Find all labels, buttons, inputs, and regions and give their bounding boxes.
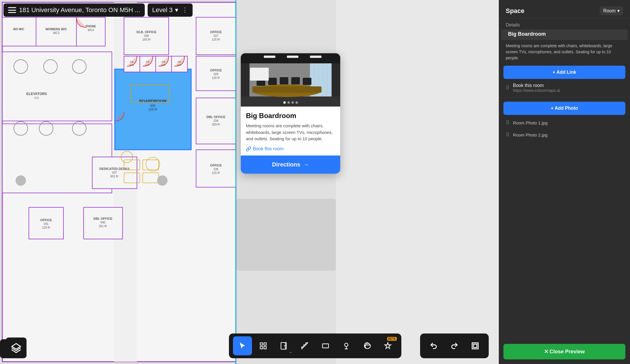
svg-text:165 ft²: 165 ft² [142, 38, 151, 41]
close-preview-label: Close Preview [550, 349, 585, 355]
svg-rect-97 [268, 78, 277, 85]
location-text: 181 University Avenue, Toronto ON M5H ..… [19, 6, 140, 14]
panel-room-select[interactable]: Room ▾ [600, 6, 623, 15]
stairs-tool-button[interactable] [295, 336, 314, 355]
menu-icon[interactable] [8, 7, 16, 13]
svg-text:126 ft²: 126 ft² [148, 108, 157, 111]
svg-rect-98 [280, 77, 288, 84]
close-preview-button[interactable]: ✕ Close Preview [503, 344, 625, 359]
panel-room-name: Big Boardroom [501, 29, 628, 40]
dot-1[interactable] [283, 101, 286, 104]
popup-book-link-text: Book this room [253, 146, 284, 151]
popup-image [241, 53, 340, 107]
svg-rect-103 [287, 56, 298, 58]
svg-rect-104 [310, 56, 321, 58]
photo-1-row: ⠿ Room Photo 1.jpg [499, 117, 630, 129]
popup-content: Big Boardroom Meeting rooms are complete… [241, 107, 340, 151]
svg-rect-9 [2, 17, 36, 46]
directions-label: Directions [272, 161, 300, 168]
undo-button[interactable] [424, 336, 443, 355]
bottom-toolbar: BETA [229, 333, 401, 358]
svg-text:OFFICE: OFFICE [210, 69, 222, 72]
svg-text:000: 000 [34, 96, 39, 100]
svg-text:WC4: WC4 [88, 29, 94, 32]
dot-3[interactable] [292, 101, 294, 104]
dot-4[interactable] [296, 101, 298, 104]
photo-2-row: ⠿ Room Photo 2.jpg [499, 129, 630, 141]
svg-point-78 [16, 175, 26, 186]
svg-rect-109 [264, 346, 266, 349]
drag-handle-icon-2: ⠿ [506, 120, 509, 126]
svg-rect-106 [260, 343, 262, 345]
add-link-button[interactable]: + Add Link [503, 66, 625, 79]
magic-tool-button[interactable]: BETA [378, 336, 397, 355]
svg-text:041: 041 [44, 222, 49, 225]
svg-rect-101 [250, 68, 269, 81]
grid-tool-button[interactable] [254, 336, 273, 355]
frame-button[interactable] [466, 336, 485, 355]
svg-rect-108 [260, 346, 262, 349]
panel-title: Space [506, 7, 524, 15]
panel-book-row: ⠿ Book this room https://www.indoormaps.… [499, 81, 630, 95]
svg-text:BOARDROOM: BOARDROOM [139, 99, 167, 103]
pin-tool-button[interactable] [337, 336, 356, 355]
header-bar: 181 University Avenue, Toronto ON M5H ..… [3, 3, 193, 17]
location-badge[interactable]: 181 University Avenue, Toronto ON M5H ..… [3, 3, 145, 17]
svg-text:036: 036 [214, 168, 219, 171]
shape-tool-button[interactable] [316, 336, 335, 355]
svg-rect-85 [241, 53, 340, 63]
dot-2[interactable] [287, 101, 290, 104]
svg-rect-11 [2, 52, 112, 121]
panel-room-select-label: Room [603, 8, 616, 14]
add-photo-icon: + [551, 106, 553, 111]
svg-text:027: 027 [214, 34, 219, 37]
add-photo-button[interactable]: + Add Photo [503, 102, 625, 115]
svg-rect-115 [473, 344, 477, 348]
popup-description: Meeting rooms are complete with chairs, … [246, 123, 335, 142]
svg-text:261 ft²: 261 ft² [99, 225, 107, 228]
nav-controls [420, 333, 489, 358]
svg-rect-100 [303, 78, 311, 85]
level-text: Level 3 [152, 6, 173, 14]
svg-text:WOMENS W/C: WOMENS W/C [45, 27, 67, 31]
svg-rect-77 [236, 199, 336, 271]
popup-title: Big Boardroom [246, 112, 335, 120]
drag-handle-icon: ⠿ [506, 85, 509, 91]
popup-directions-button[interactable]: Directions → [241, 156, 340, 174]
door-tool-button[interactable] [274, 336, 294, 355]
more-options-icon[interactable]: ⋮ [182, 6, 188, 14]
level-badge[interactable]: Level 3 ▾ ⋮ [148, 3, 193, 17]
svg-text:OFFICE: OFFICE [210, 164, 222, 167]
svg-line-111 [302, 343, 308, 349]
panel-room-description: Meeting rooms are complete with chairs, … [499, 40, 630, 64]
hand-tool-button[interactable] [358, 336, 377, 355]
add-photo-label: Add Photo [555, 106, 578, 111]
redo-button[interactable] [445, 336, 464, 355]
popup-book-link[interactable]: Book this room [246, 146, 335, 151]
svg-text:OFFICE: OFFICE [40, 218, 52, 222]
svg-text:DBL OFFICE: DBL OFFICE [93, 217, 112, 220]
right-panel: Space Room ▾ Details Big Boardroom Meeti… [499, 0, 630, 364]
svg-text:005: 005 [150, 104, 155, 107]
svg-text:040: 040 [101, 221, 106, 224]
svg-rect-99 [291, 77, 300, 84]
svg-text:WC3: WC3 [53, 31, 60, 35]
close-icon: ✕ [544, 348, 548, 355]
svg-text:DBL OFFICE: DBL OFFICE [206, 115, 225, 119]
svg-text:029: 029 [214, 73, 219, 76]
layers-button[interactable] [6, 338, 27, 358]
svg-text:601 ft²: 601 ft² [110, 175, 119, 178]
svg-text:ELEVATORS: ELEVATORS [26, 92, 47, 96]
svg-text:OFFICE: OFFICE [210, 30, 222, 34]
add-link-icon: + [553, 70, 555, 75]
panel-book-link-text[interactable]: Book this room [513, 83, 560, 88]
svg-rect-107 [264, 343, 266, 345]
svg-text:DLB. OFFICE: DLB. OFFICE [136, 30, 156, 34]
drag-handle-icon-3: ⠿ [506, 132, 509, 138]
svg-rect-114 [472, 343, 478, 349]
svg-text:WS W/C: WS W/C [13, 28, 24, 31]
svg-point-79 [157, 175, 168, 186]
svg-text:125 ft²: 125 ft² [212, 76, 220, 79]
chevron-down-icon: ▾ [175, 6, 178, 14]
cursor-tool-button[interactable] [233, 336, 252, 355]
